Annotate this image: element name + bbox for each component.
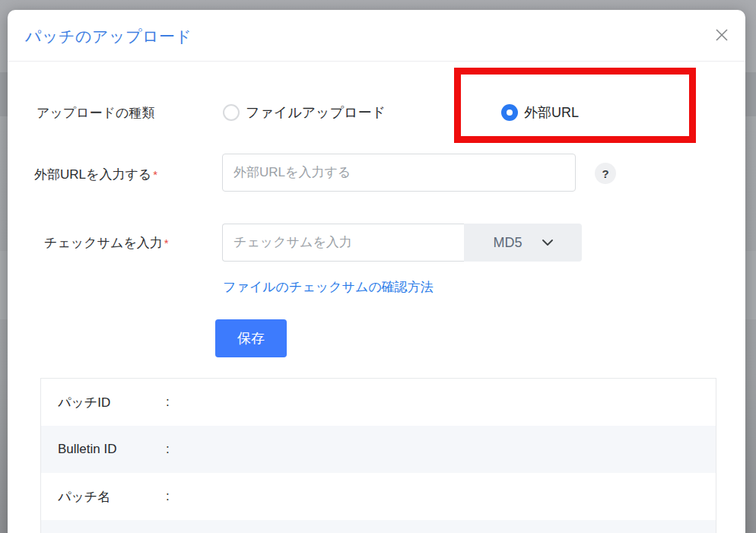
radio-option-file-upload[interactable]: ファイルアップロード [223,103,386,122]
dialog-header: パッチのアップロード [8,10,745,62]
external-url-label: 外部URLを入力する* [34,166,157,183]
table-row-bulletin-id: Bulletin ID : [41,426,716,473]
upload-type-label: アップロードの種類 [37,104,154,122]
checksum-input[interactable] [222,224,464,262]
required-asterisk: * [164,236,169,249]
row-label: パッチ名 [41,488,166,506]
row-label: Bulletin ID [41,442,166,457]
checksum-label-text: チェックサムを入力 [44,236,163,250]
external-url-label-text: 外部URLを入力する [34,167,151,182]
radio-unselected-icon[interactable] [223,104,240,121]
row-separator: : [166,395,181,410]
checksum-help-link[interactable]: ファイルのチェックサムの確認方法 [223,278,434,296]
radio-option-label: 外部URL [524,103,579,122]
checksum-field-group: MD5 [222,224,582,262]
checksum-label: チェックサムを入力* [44,234,169,252]
radio-selected-icon[interactable] [501,104,518,121]
checksum-algorithm-select[interactable]: MD5 [464,224,582,262]
close-icon[interactable] [713,27,730,43]
dialog-title: パッチのアップロード [25,26,192,47]
table-row-patch-id: パッチID : [41,379,716,426]
table-row-patch-name: パッチ名 : [41,473,716,520]
chevron-down-icon [542,240,553,246]
row-label: パッチID [41,394,166,411]
save-button[interactable]: 保存 [215,319,287,357]
table-row-partial [41,520,716,533]
required-asterisk: * [153,168,157,181]
radio-option-external-url[interactable]: 外部URL [501,103,579,122]
patch-details-table: パッチID : Bulletin ID : パッチ名 : [40,378,716,533]
upload-patch-dialog: パッチのアップロード アップロードの種類 ファイルアップロード 外部URL 外部… [8,10,745,533]
radio-option-label: ファイルアップロード [246,103,386,122]
row-separator: : [166,489,181,504]
help-icon[interactable]: ? [595,163,616,184]
row-separator: : [166,442,181,457]
algorithm-selected-value: MD5 [493,235,522,251]
external-url-input[interactable] [222,154,576,192]
